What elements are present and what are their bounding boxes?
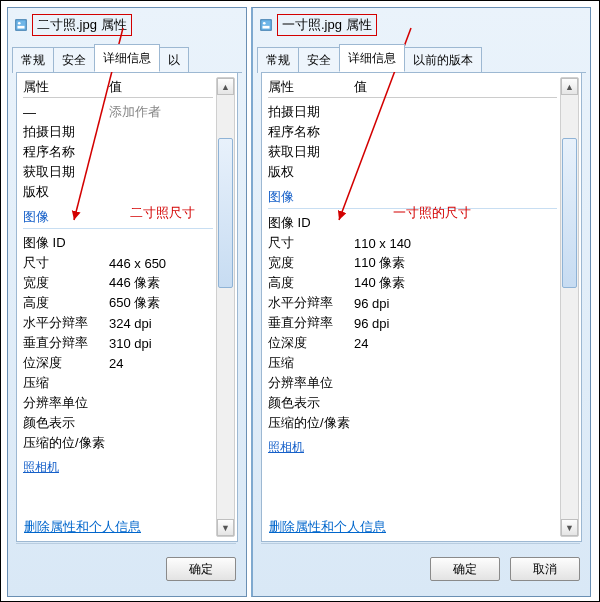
list-item: 水平分辩率96 dpi	[268, 293, 557, 313]
value: 446 x 650	[109, 256, 213, 271]
tab-previous-versions[interactable]: 以	[159, 47, 189, 73]
list-item: 压缩	[23, 373, 213, 393]
scrollbar[interactable]: ▲ ▼	[216, 77, 235, 537]
tab-security[interactable]: 安全	[53, 47, 95, 73]
button-bar: 确定 取消	[261, 543, 580, 586]
cancel-button[interactable]: 取消	[510, 557, 580, 581]
header-key: 属性	[23, 78, 109, 96]
svg-rect-1	[18, 26, 25, 29]
remove-properties-link[interactable]: 删除属性和个人信息	[269, 518, 386, 536]
key: 拍摄日期	[268, 103, 354, 121]
svg-rect-4	[261, 20, 272, 31]
value: 96 dpi	[354, 316, 557, 331]
tab-security[interactable]: 安全	[298, 47, 340, 73]
section-camera: 照相机	[268, 439, 557, 456]
list-item: 宽度446 像素	[23, 273, 213, 293]
scroll-down-button[interactable]: ▼	[217, 519, 234, 536]
list-item: — 添加作者	[23, 102, 213, 122]
list-item: 尺寸110 x 140	[268, 233, 557, 253]
details-panel: 属性 值 拍摄日期程序名称获取日期版权 图像 图像 ID尺寸110 x 140宽…	[261, 72, 582, 542]
key: 拍摄日期	[23, 123, 109, 141]
section-camera: 照相机	[23, 459, 213, 476]
key: 图像 ID	[268, 214, 354, 232]
tab-strip: 常规 安全 详细信息 以	[12, 44, 242, 73]
value: 110 x 140	[354, 236, 557, 251]
key: 高度	[23, 294, 109, 312]
list-item: 版权	[268, 162, 557, 182]
window-title: 二寸照.jpg 属性	[32, 14, 132, 36]
tab-details[interactable]: 详细信息	[339, 44, 405, 72]
list-item: 图像 ID	[268, 213, 557, 233]
list-item: 图像 ID	[23, 233, 213, 253]
scroll-thumb[interactable]	[218, 138, 233, 288]
svg-point-2	[18, 22, 21, 25]
tab-general[interactable]: 常规	[12, 47, 54, 73]
scroll-up-button[interactable]: ▲	[217, 78, 234, 95]
value-add-author[interactable]: 添加作者	[109, 103, 213, 121]
list-item: 水平分辩率324 dpi	[23, 313, 213, 333]
key: 分辨率单位	[268, 374, 354, 392]
list-item: 版权	[23, 182, 213, 202]
list-item: 压缩的位/像素	[23, 433, 213, 453]
key: 宽度	[268, 254, 354, 272]
key: 版权	[268, 163, 354, 181]
details-list: 属性 值 — 添加作者 拍摄日期程序名称获取日期版权 图像 图像 ID尺寸446…	[23, 77, 213, 537]
list-item: 位深度24	[268, 333, 557, 353]
tab-previous-versions[interactable]: 以前的版本	[404, 47, 482, 73]
value: 24	[354, 336, 557, 351]
scroll-track[interactable]	[218, 96, 233, 518]
canvas: 二寸照.jpg 属性 常规 安全 详细信息 以 属性 值 — 添加作者 拍摄日期…	[0, 0, 600, 602]
list-item: 压缩的位/像素	[268, 413, 557, 433]
properties-dialog-left: 二寸照.jpg 属性 常规 安全 详细信息 以 属性 值 — 添加作者 拍摄日期…	[7, 7, 247, 597]
key: 分辨率单位	[23, 394, 109, 412]
key: 位深度	[23, 354, 109, 372]
header-val: 值	[354, 78, 367, 96]
tab-general[interactable]: 常规	[257, 47, 299, 73]
ok-button[interactable]: 确定	[166, 557, 236, 581]
properties-dialog-right: 一寸照.jpg 属性 常规 安全 详细信息 以前的版本 属性 值 拍摄日期程序名…	[251, 7, 591, 597]
value: 324 dpi	[109, 316, 213, 331]
section-rule	[23, 228, 213, 229]
header-key: 属性	[268, 78, 354, 96]
value: 650 像素	[109, 294, 213, 312]
key: 尺寸	[23, 254, 109, 272]
svg-rect-0	[16, 20, 27, 31]
scrollbar[interactable]: ▲ ▼	[560, 77, 579, 537]
key: 位深度	[268, 334, 354, 352]
value: 24	[109, 356, 213, 371]
section-image: 图像	[268, 188, 557, 206]
key: 水平分辩率	[23, 314, 109, 332]
key: 颜色表示	[23, 414, 109, 432]
tab-details[interactable]: 详细信息	[94, 44, 160, 72]
tab-strip: 常规 安全 详细信息 以前的版本	[257, 44, 586, 73]
list-header: 属性 值	[23, 77, 213, 98]
titlebar: 二寸照.jpg 属性	[8, 8, 246, 38]
titlebar: 一寸照.jpg 属性	[253, 8, 590, 38]
details-list: 属性 值 拍摄日期程序名称获取日期版权 图像 图像 ID尺寸110 x 140宽…	[268, 77, 557, 537]
scroll-up-button[interactable]: ▲	[561, 78, 578, 95]
value: 96 dpi	[354, 296, 557, 311]
remove-properties-link[interactable]: 删除属性和个人信息	[24, 518, 141, 536]
key: 压缩	[268, 354, 354, 372]
scroll-down-button[interactable]: ▼	[561, 519, 578, 536]
value: 310 dpi	[109, 336, 213, 351]
key: 图像 ID	[23, 234, 109, 252]
scroll-track[interactable]	[562, 96, 577, 518]
value: 140 像素	[354, 274, 557, 292]
list-item: 分辨率单位	[268, 373, 557, 393]
list-item: 获取日期	[268, 142, 557, 162]
list-item: 程序名称	[268, 122, 557, 142]
key: 压缩的位/像素	[268, 414, 354, 432]
ok-button[interactable]: 确定	[430, 557, 500, 581]
value: 446 像素	[109, 274, 213, 292]
header-val: 值	[109, 78, 122, 96]
key: 程序名称	[268, 123, 354, 141]
scroll-thumb[interactable]	[562, 138, 577, 288]
key: 获取日期	[268, 143, 354, 161]
list-item: 程序名称	[23, 142, 213, 162]
list-item: 宽度110 像素	[268, 253, 557, 273]
list-item: 颜色表示	[268, 393, 557, 413]
list-item: 压缩	[268, 353, 557, 373]
key: 水平分辩率	[268, 294, 354, 312]
list-item: 垂直分辩率96 dpi	[268, 313, 557, 333]
